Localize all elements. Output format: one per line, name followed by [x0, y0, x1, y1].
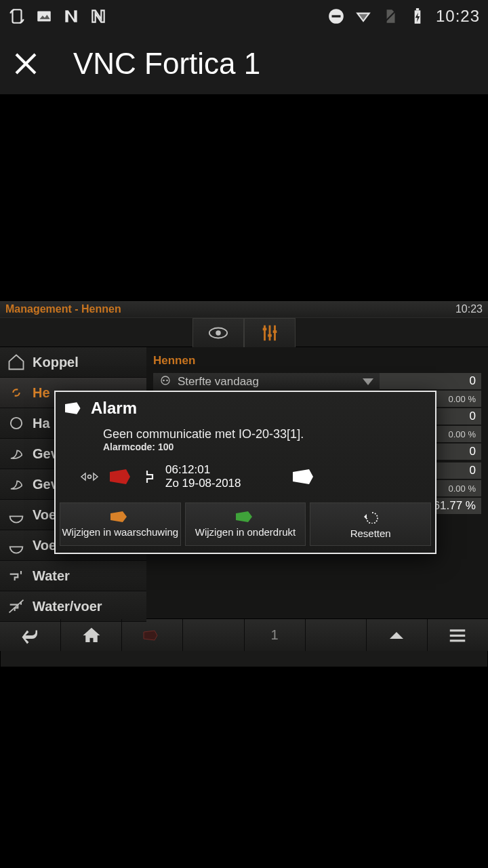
sidebar-item-label: Ha [33, 416, 50, 431]
close-icon [12, 50, 39, 77]
svg-marker-40 [364, 514, 367, 519]
data-value[interactable]: 0 [380, 373, 481, 389]
data-label-text: Sterfte vandaag [178, 375, 259, 389]
screen-rotate-icon [8, 7, 26, 25]
android-status-bar: 10:23 [0, 0, 488, 33]
tap-slash-icon [7, 597, 26, 616]
wifi-icon [354, 7, 372, 25]
nav-page[interactable]: 1 [245, 619, 306, 651]
sidebar-item-label: Voe [33, 538, 56, 553]
vnc-breadcrumb-bar: Management - Hennen 10:23 [0, 301, 488, 317]
sidebar-item-label: Water/voer [33, 599, 102, 614]
sidebar-item-koppel[interactable]: Koppel [0, 347, 146, 378]
suppress-button[interactable]: Wijzigen in onderdrukt [185, 502, 306, 546]
svg-point-25 [166, 380, 168, 382]
breadcrumb-text: Management - Hennen [5, 303, 121, 315]
no-sim-icon [382, 7, 399, 25]
sidebar-item-label: Water [33, 568, 70, 584]
vnc-bottom-nav: 1 [0, 618, 488, 651]
button-label: Wijzigen in onderdrukt [195, 526, 296, 538]
button-label: Wijzigen in waarschuwing [62, 526, 178, 538]
nav-alarm[interactable] [122, 619, 183, 651]
svg-rect-4 [331, 15, 340, 17]
app-header: VNC Fortica 1 [0, 33, 488, 95]
nav-home[interactable] [61, 619, 122, 651]
content-title: Hennen [153, 351, 481, 373]
n-outline-icon [89, 7, 107, 25]
svg-marker-36 [110, 469, 130, 484]
link-icon [7, 383, 26, 402]
svg-rect-30 [450, 634, 466, 636]
svg-point-23 [161, 376, 169, 384]
svg-marker-34 [94, 473, 98, 480]
alarm-flag-icon [65, 401, 83, 415]
svg-rect-1 [37, 11, 51, 21]
white-flag-icon [293, 469, 317, 484]
svg-point-24 [163, 380, 165, 382]
orange-flag-icon [110, 511, 129, 522]
app-title: VNC Fortica 1 [73, 47, 260, 81]
alarm-title: Alarm [91, 399, 137, 418]
svg-marker-28 [390, 632, 403, 639]
sidebar-item-label: Voe [33, 507, 56, 523]
reset-icon [363, 510, 379, 524]
status-clock: 10:23 [436, 7, 480, 26]
warn-button[interactable]: Wijzigen in waarschuwing [60, 502, 181, 546]
icon-generic [7, 414, 26, 433]
svg-rect-19 [268, 334, 272, 337]
alarm-message: Geen communicatie met IO-20-33[1]. [56, 425, 435, 441]
svg-marker-32 [65, 402, 81, 414]
vnc-clock: 10:23 [455, 303, 483, 315]
svg-marker-33 [81, 473, 85, 480]
sidebar-item-label: He [33, 385, 50, 401]
bird-icon [7, 444, 26, 463]
alarm-date-text: Zo 19-08-2018 [165, 477, 241, 490]
alarm-time-text: 06:12:01 [165, 463, 241, 477]
sound-icon [80, 472, 99, 481]
house-icon [7, 353, 26, 372]
vnc-tabs [0, 317, 488, 347]
chevron-down-icon[interactable] [362, 378, 374, 386]
bowl-icon [7, 536, 26, 555]
svg-marker-38 [110, 511, 127, 522]
sliders-icon [260, 323, 280, 343]
nav-back[interactable] [0, 619, 61, 651]
svg-marker-39 [236, 511, 252, 522]
tab-view[interactable] [192, 318, 244, 348]
alarm-dialog: Alarm Geen communicatie met IO-20-33[1].… [54, 391, 436, 554]
svg-marker-27 [144, 631, 157, 640]
close-button[interactable] [11, 49, 41, 79]
tap-icon [7, 566, 26, 585]
svg-rect-29 [450, 629, 466, 631]
alarm-timestamp: 06:12:01 Zo 19-08-2018 [165, 463, 241, 490]
nav-menu[interactable] [428, 619, 488, 651]
pulse-icon [145, 469, 155, 484]
nav-blank1[interactable] [183, 619, 244, 651]
alarm-code: Alarmcode: 100 [56, 441, 435, 459]
svg-line-22 [9, 600, 24, 613]
sidebar-item-watervoer[interactable]: Water/voer [0, 591, 146, 622]
eye-icon [208, 323, 228, 343]
svg-rect-0 [13, 9, 22, 23]
tab-settings[interactable] [244, 318, 296, 348]
svg-marker-37 [293, 469, 313, 484]
svg-marker-26 [363, 378, 373, 385]
nav-up[interactable] [367, 619, 428, 651]
nav-blank2[interactable] [306, 619, 367, 651]
red-flag-icon [110, 469, 134, 484]
skull-icon [159, 375, 172, 389]
page-number: 1 [271, 627, 279, 643]
bird-icon [7, 475, 26, 494]
green-flag-icon [236, 511, 255, 522]
dnd-icon [327, 7, 345, 25]
sidebar-item-water[interactable]: Water [0, 561, 146, 591]
image-icon [35, 7, 53, 25]
svg-point-14 [216, 330, 221, 336]
svg-rect-9 [416, 8, 419, 10]
reset-button[interactable]: Resetten [310, 502, 431, 546]
svg-rect-18 [263, 328, 267, 331]
battery-charging-icon [409, 7, 426, 25]
svg-rect-31 [450, 639, 466, 642]
svg-point-21 [11, 418, 22, 429]
n-icon [62, 7, 80, 25]
